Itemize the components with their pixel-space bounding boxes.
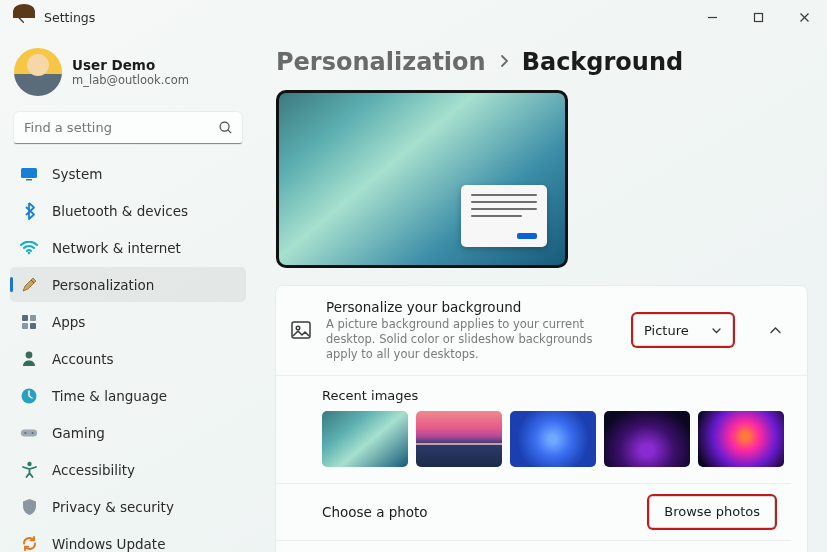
recent-thumbnails [322,411,791,467]
svg-point-6 [28,251,31,254]
breadcrumb-parent[interactable]: Personalization [276,48,486,76]
chevron-right-icon [498,53,510,72]
recent-thumbnail[interactable] [604,411,690,467]
recent-thumbnail[interactable] [416,411,502,467]
account-block[interactable]: User Demo m_lab@outlook.com [10,44,246,110]
update-icon [20,535,38,553]
settings-window: Settings User Demo m_lab@outlook.com [0,0,827,552]
main-content: Personalization Background Personalize y… [252,34,827,552]
nav-label: System [52,166,102,182]
window-title: Settings [44,10,95,25]
gamepad-icon [20,424,38,442]
svg-rect-1 [754,13,762,21]
sidebar-item-apps[interactable]: Apps [10,304,246,339]
personalize-desc: A picture background applies to your cur… [326,317,611,362]
nav-label: Apps [52,314,85,330]
nav-label: Privacy & security [52,499,174,515]
window-controls [689,0,827,34]
svg-rect-9 [22,323,28,329]
svg-point-2 [220,122,229,131]
shield-icon [20,498,38,516]
recent-thumbnail[interactable] [510,411,596,467]
nav-label: Gaming [52,425,105,441]
nav-label: Accounts [52,351,114,367]
person-icon [20,350,38,368]
svg-line-3 [228,130,231,133]
desktop-preview [276,90,568,268]
maximize-button[interactable] [735,0,781,34]
recent-thumbnail[interactable] [322,411,408,467]
nav-label: Time & language [52,388,167,404]
background-card: Personalize your background A picture ba… [276,286,807,552]
sidebar: User Demo m_lab@outlook.com System Bluet… [0,34,252,552]
svg-rect-8 [30,315,36,321]
dropdown-value: Picture [644,323,689,338]
sidebar-item-accessibility[interactable]: Accessibility [10,452,246,487]
choose-photo-row: Choose a photo Browse photos [276,483,791,540]
bluetooth-icon [20,202,38,220]
sidebar-item-personalization[interactable]: Personalization [10,267,246,302]
sidebar-item-system[interactable]: System [10,156,246,191]
choose-fit-row: Choose a fit for your desktop image Fill [276,540,791,552]
accessibility-icon [20,461,38,479]
search-box [14,112,242,144]
breadcrumb-current: Background [522,48,684,76]
svg-rect-7 [22,315,28,321]
recent-thumbnail[interactable] [698,411,784,467]
sidebar-item-update[interactable]: Windows Update [10,526,246,552]
wifi-icon [20,239,38,257]
card-header: Personalize your background A picture ba… [276,286,807,375]
sidebar-item-privacy[interactable]: Privacy & security [10,489,246,524]
clock-globe-icon [20,387,38,405]
nav-label: Accessibility [52,462,135,478]
search-input[interactable] [14,112,242,144]
nav-label: Windows Update [52,536,165,552]
sidebar-item-accounts[interactable]: Accounts [10,341,246,376]
monitor-icon [20,165,38,183]
close-button[interactable] [781,0,827,34]
minimize-button[interactable] [689,0,735,34]
paintbrush-icon [20,276,38,294]
sidebar-item-bluetooth[interactable]: Bluetooth & devices [10,193,246,228]
picture-icon [290,319,312,341]
nav-label: Personalization [52,277,154,293]
svg-point-11 [26,352,33,359]
card-body: Recent images Choose a photo Browse phot… [276,375,807,552]
breadcrumb: Personalization Background [276,48,807,76]
collapse-button[interactable] [759,314,791,346]
search-icon [218,120,233,139]
svg-rect-13 [21,429,37,436]
nav-label: Network & internet [52,240,181,256]
titlebar: Settings [0,0,827,34]
svg-point-14 [24,431,26,433]
nav: System Bluetooth & devices Network & int… [10,156,246,552]
avatar [14,48,62,96]
account-name: User Demo [72,57,189,73]
choose-photo-label: Choose a photo [322,504,428,520]
svg-point-16 [27,462,31,466]
chevron-down-icon [711,323,722,338]
recent-label: Recent images [322,388,791,403]
sidebar-item-time-language[interactable]: Time & language [10,378,246,413]
sidebar-item-gaming[interactable]: Gaming [10,415,246,450]
browse-photos-button[interactable]: Browse photos [649,496,775,528]
svg-point-18 [296,327,300,331]
nav-label: Bluetooth & devices [52,203,188,219]
account-email: m_lab@outlook.com [72,73,189,87]
button-label: Browse photos [664,504,760,519]
sidebar-item-network[interactable]: Network & internet [10,230,246,265]
preview-window [461,185,547,247]
background-type-dropdown[interactable]: Picture [633,314,733,346]
svg-rect-5 [26,179,32,181]
apps-icon [20,313,38,331]
svg-rect-10 [30,323,36,329]
svg-rect-17 [292,322,310,338]
svg-point-15 [32,431,34,433]
personalize-title: Personalize your background [326,299,611,315]
svg-rect-4 [21,168,37,178]
